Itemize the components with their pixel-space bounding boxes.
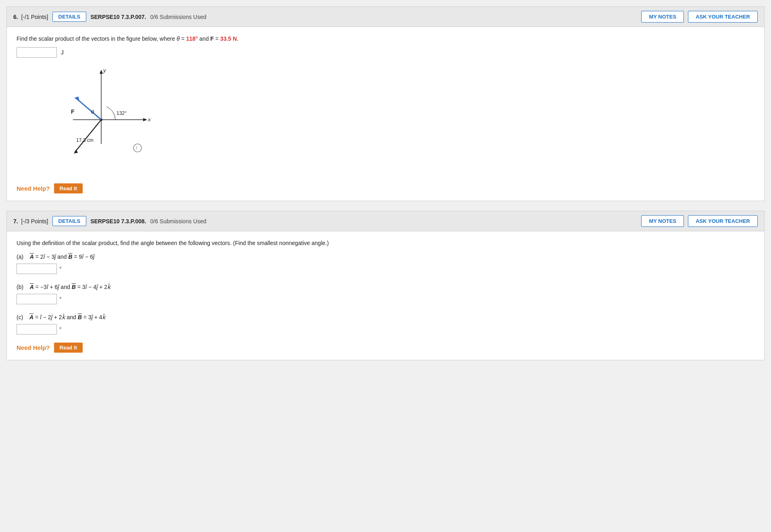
p7-c-A-expr: = î − 2ĵ + 2k̂ and xyxy=(35,314,78,320)
p7-b-vec-B: B xyxy=(72,284,76,290)
p6-question-text: Find the scalar product of the vectors i… xyxy=(17,35,175,42)
p6-F-val: 33.5 xyxy=(220,35,231,42)
p7-b-degree: ° xyxy=(59,296,62,302)
svg-line-9 xyxy=(75,120,101,152)
p7-c-vec-B: B xyxy=(78,314,82,320)
p6-submissions: 0/6 Submissions Used xyxy=(150,14,206,20)
svg-marker-10 xyxy=(74,150,78,154)
p7-my-notes-button[interactable]: MY NOTES xyxy=(641,215,684,227)
p6-need-help: Need Help? Read It xyxy=(17,183,754,193)
p6-unit: J xyxy=(61,49,64,56)
p7-c-answer-row: ° xyxy=(17,324,754,335)
p7-read-it-button[interactable]: Read It xyxy=(54,343,83,353)
problem-6-body: Find the scalar product of the vectors i… xyxy=(7,27,764,201)
svg-text:θ: θ xyxy=(91,109,94,115)
p6-read-it-button[interactable]: Read It xyxy=(54,183,83,193)
p6-code: SERPSE10 7.3.P.007. xyxy=(90,14,146,20)
p6-question: Find the scalar product of the vectors i… xyxy=(17,34,754,43)
p6-theta-eq: θ = xyxy=(177,35,186,42)
problem-7-header: 7. [-/3 Points] DETAILS SERPSE10 7.3.P.0… xyxy=(7,211,764,231)
problem-7-block: 7. [-/3 Points] DETAILS SERPSE10 7.3.P.0… xyxy=(6,211,765,360)
svg-text:x: x xyxy=(148,116,151,123)
p7-a-input[interactable] xyxy=(17,264,57,274)
svg-point-15 xyxy=(133,144,142,152)
svg-text:132°: 132° xyxy=(117,110,127,116)
p7-header-right: MY NOTES ASK YOUR TEACHER xyxy=(641,215,758,227)
p6-diagram: y x 132° θ F xyxy=(41,63,170,176)
p7-a-label: (a) xyxy=(17,254,28,260)
p7-part-c: (c) A = î − 2ĵ + 2k̂ and B = 3ĵ + 4k̂ ° xyxy=(17,312,754,335)
p6-points: [-/1 Points] xyxy=(21,14,48,20)
p7-part-c-expr: (c) A = î − 2ĵ + 2k̂ and B = 3ĵ + 4k̂ xyxy=(17,312,754,322)
problem-7-number: 7. [-/3 Points] xyxy=(13,218,48,224)
svg-line-7 xyxy=(76,98,101,120)
svg-marker-1 xyxy=(100,70,103,74)
p6-F-label: F = xyxy=(210,35,221,42)
problem-7-body: Using the definition of the scalar produ… xyxy=(7,231,764,360)
svg-text:y: y xyxy=(103,67,106,73)
p7-part-a: (a) A = 2î − 3ĵ and B = 9î − 6ĵ ° xyxy=(17,252,754,274)
svg-marker-4 xyxy=(143,118,147,121)
p7-c-vec-A: A xyxy=(29,314,33,320)
p7-a-eq: = 2î − 3ĵ and xyxy=(35,254,69,260)
p7-a-degree: ° xyxy=(59,266,62,272)
p7-part-b: (b) A = −3î + 6ĵ and B = 3î − 4ĵ + 2k̂ ° xyxy=(17,282,754,304)
p7-c-label: (c) xyxy=(17,314,28,320)
p7-part-b-expr: (b) A = −3î + 6ĵ and B = 3î − 4ĵ + 2k̂ xyxy=(17,282,754,292)
p7-points: [-/3 Points] xyxy=(21,218,48,224)
p7-details-button[interactable]: DETAILS xyxy=(52,216,87,226)
p7-need-help-label: Need Help? xyxy=(17,344,50,351)
p7-code: SERPSE10 7.3.P.008. xyxy=(90,218,146,224)
p6-answer-row: J xyxy=(17,47,754,58)
problem-6-header: 6. [-/1 Points] DETAILS SERPSE10 7.3.P.0… xyxy=(7,7,764,27)
problem-6-number: 6. [-/1 Points] xyxy=(13,14,48,20)
p6-ask-teacher-button[interactable]: ASK YOUR TEACHER xyxy=(688,11,758,23)
p7-a-vec-A: A xyxy=(30,254,34,260)
p7-part-a-expr: (a) A = 2î − 3ĵ and B = 9î − 6ĵ xyxy=(17,252,754,262)
p7-number: 7. xyxy=(13,218,18,224)
svg-text:i: i xyxy=(136,145,137,151)
p7-a-vec-B: B xyxy=(68,254,72,260)
p7-c-input[interactable] xyxy=(17,324,57,335)
p7-ask-teacher-button[interactable]: ASK YOUR TEACHER xyxy=(688,215,758,227)
p6-F-unit: N xyxy=(233,35,237,42)
p7-b-B-expr: = 3î − 4ĵ + 2k̂ xyxy=(77,284,110,290)
p7-b-input[interactable] xyxy=(17,294,57,304)
p6-answer-input[interactable] xyxy=(17,47,57,58)
p6-my-notes-button[interactable]: MY NOTES xyxy=(641,11,684,23)
p7-b-vec-A: A xyxy=(30,284,34,290)
p7-b-label: (b) xyxy=(17,284,28,290)
p7-submissions: 0/6 Submissions Used xyxy=(150,218,206,224)
problem-6-block: 6. [-/1 Points] DETAILS SERPSE10 7.3.P.0… xyxy=(6,6,765,201)
svg-text:17.3 cm: 17.3 cm xyxy=(76,137,94,143)
p7-c-B-expr: = 3ĵ + 4k̂ xyxy=(83,314,106,320)
p6-and: and xyxy=(199,35,210,42)
p7-c-degree: ° xyxy=(59,326,62,332)
p6-number: 6. xyxy=(13,14,18,20)
p6-need-help-label: Need Help? xyxy=(17,185,50,192)
p6-theta-val: 118° xyxy=(186,35,198,42)
p7-a-answer-row: ° xyxy=(17,264,754,274)
p7-b-A-expr: = −3î + 6ĵ and xyxy=(35,284,72,290)
svg-text:F: F xyxy=(71,108,75,115)
p7-question-text: Using the definition of the scalar produ… xyxy=(17,239,754,247)
p6-diagram-svg: y x 132° θ F xyxy=(41,63,170,176)
p6-details-button[interactable]: DETAILS xyxy=(52,12,87,22)
p7-a-B-expr: = 9î − 6ĵ xyxy=(74,254,94,260)
p7-b-answer-row: ° xyxy=(17,294,754,304)
p7-need-help: Need Help? Read It xyxy=(17,343,754,353)
p6-header-right: MY NOTES ASK YOUR TEACHER xyxy=(641,11,758,23)
